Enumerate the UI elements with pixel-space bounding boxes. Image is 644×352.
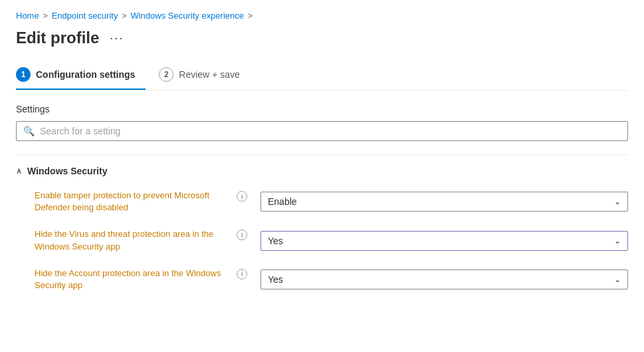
dropdown-2[interactable]: Yes ⌄ xyxy=(261,231,628,251)
tab-1-number: 1 xyxy=(16,67,31,82)
setting-label-wrap-2: Hide the Virus and threat protection are… xyxy=(35,228,247,252)
page-title-row: Edit profile ··· xyxy=(16,29,628,47)
dropdown-value-1: Enable xyxy=(268,196,297,207)
tab-review-save[interactable]: 2 Review + save xyxy=(159,61,250,90)
search-input[interactable] xyxy=(40,126,621,136)
dropdown-chevron-1: ⌄ xyxy=(614,197,621,206)
setting-label-3[interactable]: Hide the Account protection area in the … xyxy=(35,267,233,291)
tab-configuration-settings[interactable]: 1 Configuration settings xyxy=(16,61,146,90)
info-icon-3[interactable]: i xyxy=(237,269,247,279)
more-options-button[interactable]: ··· xyxy=(106,30,128,47)
section-title: Windows Security xyxy=(27,166,107,176)
divider xyxy=(16,154,628,155)
tab-2-number: 2 xyxy=(159,67,173,82)
dropdown-chevron-3: ⌄ xyxy=(614,275,621,284)
info-icon-2[interactable]: i xyxy=(237,230,247,240)
search-box: 🔍 xyxy=(16,121,628,141)
tab-2-label: Review + save xyxy=(179,69,239,80)
page-title: Edit profile xyxy=(16,29,99,47)
table-row: Hide the Virus and threat protection are… xyxy=(35,228,628,252)
breadcrumb-sep1: > xyxy=(43,11,48,21)
breadcrumb-endpoint[interactable]: Endpoint security xyxy=(52,11,118,21)
section-header: ∧ Windows Security xyxy=(16,166,628,176)
setting-label-1[interactable]: Enable tamper protection to prevent Micr… xyxy=(35,190,233,214)
setting-label-2[interactable]: Hide the Virus and threat protection are… xyxy=(35,228,233,252)
dropdown-value-3: Yes xyxy=(268,274,283,285)
setting-label-wrap-1: Enable tamper protection to prevent Micr… xyxy=(35,190,247,214)
table-row: Enable tamper protection to prevent Micr… xyxy=(35,190,628,214)
settings-rows: Enable tamper protection to prevent Micr… xyxy=(16,190,628,291)
dropdown-chevron-2: ⌄ xyxy=(614,236,621,246)
breadcrumb-sep2: > xyxy=(122,11,126,21)
tabs-container: 1 Configuration settings 2 Review + save xyxy=(16,61,628,90)
search-icon: 🔍 xyxy=(23,126,35,136)
breadcrumb: Home > Endpoint security > Windows Secur… xyxy=(16,11,628,21)
setting-label-wrap-3: Hide the Account protection area in the … xyxy=(35,267,247,291)
settings-label: Settings xyxy=(16,104,628,114)
info-icon-1[interactable]: i xyxy=(237,191,247,202)
collapse-icon[interactable]: ∧ xyxy=(16,166,22,176)
dropdown-1[interactable]: Enable ⌄ xyxy=(261,192,628,212)
breadcrumb-sep3: > xyxy=(248,11,253,21)
dropdown-value-2: Yes xyxy=(268,236,283,246)
tab-1-label: Configuration settings xyxy=(36,69,135,80)
table-row: Hide the Account protection area in the … xyxy=(35,267,628,291)
dropdown-3[interactable]: Yes ⌄ xyxy=(261,269,628,289)
breadcrumb-current[interactable]: Windows Security experience xyxy=(130,11,244,21)
breadcrumb-home[interactable]: Home xyxy=(16,11,39,21)
